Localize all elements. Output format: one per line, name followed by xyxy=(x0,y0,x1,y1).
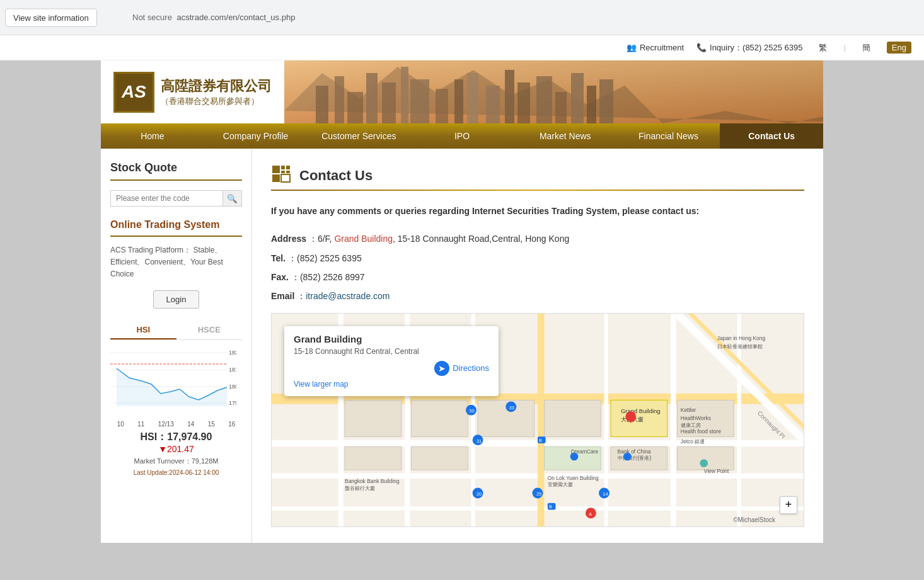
svg-rect-8 xyxy=(410,79,429,123)
contact-title-row: Contact Us xyxy=(271,164,804,186)
hsce-tab[interactable]: HSCE xyxy=(176,321,243,339)
recruitment-label: Recruitment xyxy=(640,43,684,52)
url-text: acstrade.com/en/contact_us.php xyxy=(177,13,296,22)
lang-tc-btn[interactable]: 繁 xyxy=(815,41,831,55)
stock-search-button[interactable]: 🔍 xyxy=(223,190,242,207)
svg-rect-33 xyxy=(281,171,285,173)
svg-text:日本駐香港總領事館: 日本駐香港總領事館 xyxy=(717,343,763,350)
svg-rect-32 xyxy=(286,166,290,169)
recruitment-link[interactable]: 👥 Recruitment xyxy=(627,43,684,52)
directions-button[interactable]: ➤ Directions xyxy=(434,361,489,376)
header-banner xyxy=(284,60,823,123)
svg-text:Jetco 銀通: Jetco 銀通 xyxy=(681,438,705,445)
company-name: 高陞證券有限公司 （香港聯合交易所參與者） xyxy=(161,77,272,108)
nav-item-customer[interactable]: Customer Services xyxy=(307,123,410,149)
svg-rect-15 xyxy=(536,76,552,123)
svg-text:健康工房: 健康工房 xyxy=(681,421,701,428)
lang-sc-btn[interactable]: 簡 xyxy=(858,41,874,55)
svg-rect-31 xyxy=(281,166,285,169)
svg-text:A: A xyxy=(589,511,592,517)
mini-chart: 18200 18100 18000 17900 xyxy=(110,346,242,416)
tel-detail: Tel. ：(852) 2525 6395 xyxy=(271,251,804,265)
lang-en-btn[interactable]: Eng xyxy=(887,42,911,54)
svg-rect-14 xyxy=(517,82,530,123)
tel-label: Tel. xyxy=(271,253,286,263)
svg-text:14: 14 xyxy=(603,491,608,497)
svg-rect-7 xyxy=(401,67,408,123)
tel-value: ：(852) 2525 6395 xyxy=(288,253,362,263)
nav-item-market[interactable]: Market News xyxy=(514,123,617,149)
map-logo: ©MichaelStock xyxy=(733,516,775,523)
x-label: 16 xyxy=(228,421,235,428)
svg-text:Health food store: Health food store xyxy=(681,428,721,435)
x-label: 14 xyxy=(187,421,194,428)
svg-text:View Point: View Point xyxy=(704,468,729,474)
svg-rect-10 xyxy=(454,79,463,123)
svg-rect-18 xyxy=(587,86,596,123)
map-popup-address: 15-18 Connaught Rd Central, Central xyxy=(294,347,489,356)
svg-rect-36 xyxy=(281,174,290,182)
svg-rect-11 xyxy=(467,73,478,123)
sidebar: Stock Quote 🔍 Online Trading System ACS … xyxy=(101,149,252,543)
nav-item-contact[interactable]: Contact Us xyxy=(720,123,823,149)
inquiry-info: 📞 Inquiry：(852) 2525 6395 xyxy=(696,42,802,54)
directions-label: Directions xyxy=(453,363,489,373)
site-header: AS 高陞證券有限公司 （香港聯合交易所參與者） xyxy=(101,60,823,123)
nav-item-home[interactable]: Home xyxy=(101,123,204,149)
gold-divider xyxy=(271,190,804,191)
svg-rect-9 xyxy=(436,89,448,123)
svg-text:Bangkok Bank Building: Bangkok Bank Building xyxy=(345,478,400,484)
svg-text:HealthWorks: HealthWorks xyxy=(681,415,711,421)
chart-x-labels: 10 11 12/13 14 15 16 xyxy=(110,421,242,428)
stock-quote-title: Stock Quote xyxy=(110,161,242,181)
svg-text:安樂園大廈: 安樂園大廈 xyxy=(548,481,573,487)
hsi-tab[interactable]: HSI xyxy=(110,321,176,339)
contact-icon xyxy=(271,164,293,186)
online-trading-title: Online Trading System xyxy=(110,219,242,237)
fax-label: Fax. xyxy=(271,272,289,282)
x-label: 15 xyxy=(208,421,215,428)
svg-rect-56 xyxy=(412,446,468,470)
url-bar: Not secure acstrade.com/en/contact_us.ph… xyxy=(132,13,295,22)
hsi-label: HSI： xyxy=(141,431,168,442)
svg-text:盤谷銀行大廈: 盤谷銀行大廈 xyxy=(345,485,375,491)
hsi-value-display: HSI：17,974.90 xyxy=(110,431,242,444)
nav-item-ipo[interactable]: IPO xyxy=(410,123,514,149)
hsi-number: 17,974.90 xyxy=(167,431,212,442)
map-popup-actions: ➤ Directions xyxy=(294,361,489,376)
svg-text:B: B xyxy=(539,438,542,443)
svg-text:中國銀行(香港): 中國銀行(香港) xyxy=(618,455,652,461)
svg-text:30: 30 xyxy=(469,408,474,414)
email-link[interactable]: itrade@acstrade.com xyxy=(306,291,390,301)
trading-desc: ACS Trading Platform： Stable、Efficient、C… xyxy=(110,244,242,281)
map-zoom-in-button[interactable]: + xyxy=(780,496,797,514)
stock-input[interactable] xyxy=(110,190,223,207)
nav-item-financial[interactable]: Financial News xyxy=(617,123,720,149)
map-container[interactable]: Grand Building 大昌大廈 Kettler HealthWorks … xyxy=(271,313,804,527)
nav-bar-inner: Home Company Profile Customer Services I… xyxy=(101,123,823,149)
phone-icon: 📞 xyxy=(696,43,707,52)
nav-item-company[interactable]: Company Profile xyxy=(204,123,308,149)
login-button[interactable]: Login xyxy=(153,290,200,309)
x-label: 11 xyxy=(137,421,144,428)
nav-arrow: ➤ xyxy=(438,363,446,373)
svg-text:17900: 17900 xyxy=(229,400,236,406)
svg-text:B: B xyxy=(549,504,552,509)
hsi-tabs: HSI HSCE xyxy=(110,321,242,340)
nav-bar: Home Company Profile Customer Services I… xyxy=(101,123,823,149)
x-label: 12/13 xyxy=(158,421,174,428)
view-larger-link[interactable]: View larger map xyxy=(294,380,348,389)
x-label: 10 xyxy=(117,421,124,428)
svg-rect-17 xyxy=(571,73,584,123)
logo-box: AS xyxy=(113,72,154,113)
svg-text:33: 33 xyxy=(509,405,514,411)
svg-rect-6 xyxy=(382,82,396,123)
svg-text:18200: 18200 xyxy=(229,350,236,356)
inquiry-label: Inquiry：(852) 2525 6395 xyxy=(710,42,802,54)
view-larger-map: View larger map xyxy=(294,379,489,389)
svg-text:Kettler: Kettler xyxy=(681,407,696,413)
svg-rect-13 xyxy=(505,70,514,123)
browser-bar: View site information Not secure acstrad… xyxy=(0,0,924,35)
svg-text:18100: 18100 xyxy=(229,367,236,373)
site-info-button[interactable]: View site information xyxy=(5,8,97,26)
